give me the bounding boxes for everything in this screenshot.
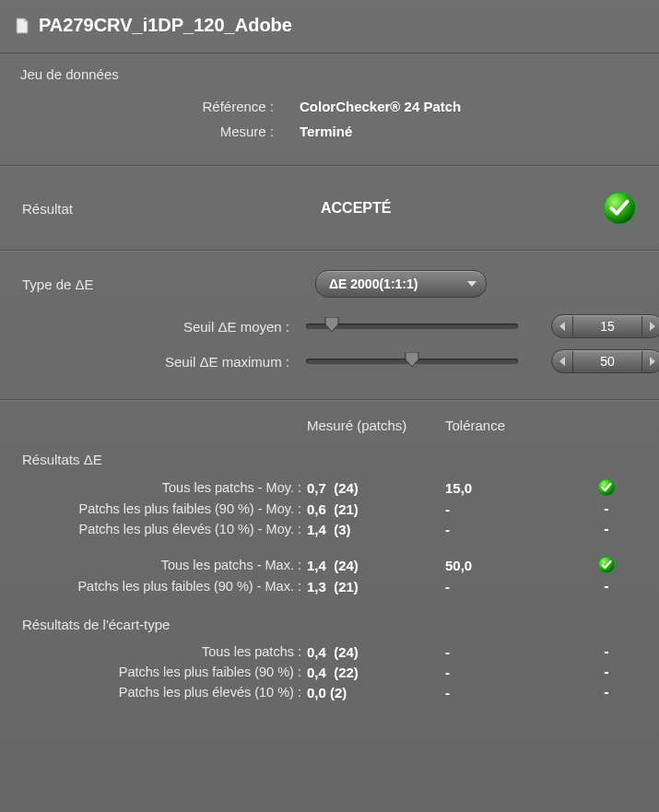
row-tolerance: - — [445, 501, 583, 517]
row-measured: 0,0 (2) — [307, 685, 445, 700]
status-dash: - — [604, 664, 608, 680]
avg-threshold-label: Seuil ΔE moyen : — [22, 319, 289, 335]
max-threshold-slider[interactable] — [306, 359, 518, 364]
document-icon — [13, 17, 31, 35]
divider — [0, 399, 659, 401]
result-label: Résultat — [22, 201, 280, 217]
deltaE-type-label: Type de ΔE — [22, 277, 299, 292]
svg-marker-1 — [325, 317, 338, 332]
deltaE-type-value: ΔE 2000(1:1:1) — [329, 277, 418, 291]
divider — [0, 250, 659, 252]
avg-threshold-spinner[interactable]: 15 — [551, 314, 659, 338]
row-label: Tous les patchs - Moy. : — [7, 480, 307, 496]
table-row: Patchs les plus faibles (90 %) - Max. :1… — [7, 576, 637, 596]
row-measured: 0,4 (24) — [307, 644, 445, 660]
divider — [0, 165, 659, 167]
row-label: Patchs les plus élevés (10 %) : — [7, 685, 307, 700]
measure-value: Terminé — [300, 124, 639, 139]
table-row: Patchs les plus élevés (10 %) :0,0 (2)-- — [7, 682, 637, 702]
table-row: Patchs les plus élevés (10 %) - Moy. :1,… — [7, 519, 637, 539]
spinner-increment[interactable] — [642, 315, 659, 337]
row-measured: 1,4 (3) — [307, 522, 445, 537]
status-ok-icon — [602, 191, 637, 226]
status-ok-icon — [597, 478, 616, 497]
col-tolerance: Tolérance — [445, 418, 583, 433]
results-std-header: Résultats de l'écart-type — [7, 611, 637, 641]
slider-thumb-icon[interactable] — [324, 317, 340, 332]
row-tolerance: - — [445, 644, 583, 660]
row-measured: 0,6 (21) — [307, 501, 445, 517]
avg-threshold-slider[interactable] — [306, 324, 518, 329]
row-label: Tous les patchs - Max. : — [7, 558, 307, 573]
spinner-decrement[interactable] — [552, 315, 572, 337]
max-threshold-value: 50 — [572, 351, 642, 371]
chevron-right-icon — [650, 357, 655, 366]
row-tolerance: 50,0 — [445, 558, 583, 573]
table-row: Tous les patchs - Moy. :0,7 (24)15,0 — [7, 477, 637, 499]
dataset-section-label: Jeu de données — [20, 66, 639, 82]
avg-threshold-value: 15 — [572, 316, 642, 336]
row-tolerance: - — [445, 665, 583, 680]
table-row: Patchs les plus faibles (90 %) - Moy. :0… — [7, 499, 637, 519]
svg-marker-2 — [406, 352, 418, 367]
spinner-decrement[interactable] — [552, 350, 572, 372]
table-row: Tous les patchs :0,4 (24)-- — [7, 641, 637, 662]
row-label: Patchs les plus faibles (90 %) - Moy. : — [7, 501, 307, 517]
row-tolerance: - — [445, 579, 583, 594]
result-value: ACCEPTÉ — [280, 200, 582, 217]
status-dash: - — [604, 500, 608, 517]
chevron-left-icon — [559, 322, 565, 331]
results-de-header: Résultats ΔE — [7, 446, 637, 477]
row-measured: 0,7 (24) — [307, 480, 445, 496]
reference-label: Référence : — [20, 99, 274, 114]
row-measured: 0,4 (22) — [307, 665, 445, 680]
max-threshold-label: Seuil ΔE maximum : — [22, 354, 289, 370]
row-tolerance: 15,0 — [445, 480, 583, 496]
status-dash: - — [604, 521, 608, 537]
status-dash: - — [604, 643, 608, 660]
chevron-down-icon — [467, 281, 477, 287]
row-label: Tous les patchs : — [7, 644, 307, 660]
row-measured: 1,3 (21) — [307, 579, 445, 594]
deltaE-type-dropdown[interactable]: ΔE 2000(1:1:1) — [315, 270, 487, 298]
status-dash: - — [604, 684, 608, 700]
col-measured: Mesuré (patchs) — [307, 418, 445, 433]
row-tolerance: - — [445, 685, 583, 700]
row-label: Patchs les plus faibles (90 %) - Max. : — [7, 579, 307, 594]
row-measured: 1,4 (24) — [307, 558, 445, 573]
row-label: Patchs les plus élevés (10 %) - Moy. : — [7, 522, 307, 537]
slider-thumb-icon[interactable] — [404, 352, 420, 367]
max-threshold-spinner[interactable]: 50 — [551, 349, 659, 373]
measure-label: Mesure : — [20, 124, 274, 139]
spinner-increment[interactable] — [642, 350, 659, 372]
chevron-left-icon — [559, 357, 565, 366]
row-label: Patchs les plus faibles (90 %) : — [7, 665, 307, 680]
table-row: Patchs les plus faibles (90 %) :0,4 (22)… — [7, 662, 637, 682]
table-row: Tous les patchs - Max. :1,4 (24)50,0 — [7, 554, 637, 576]
status-dash: - — [604, 578, 608, 594]
row-tolerance: - — [445, 522, 583, 537]
page-title: PA279CRV_i1DP_120_Adobe — [39, 15, 292, 36]
status-ok-icon — [597, 556, 616, 574]
reference-value: ColorChecker® 24 Patch — [300, 99, 639, 114]
chevron-right-icon — [650, 322, 655, 331]
